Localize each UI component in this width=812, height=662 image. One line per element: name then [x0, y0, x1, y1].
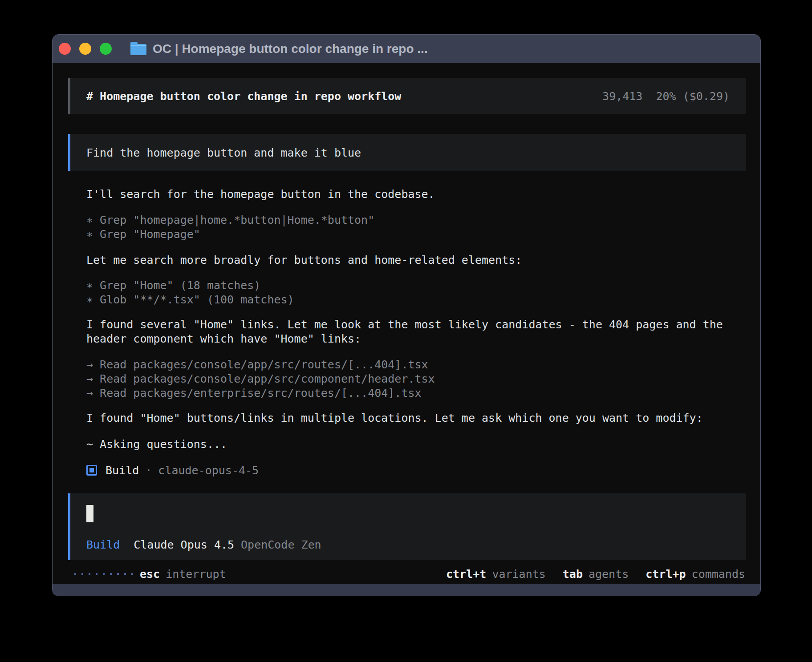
tool-call-group: → Read packages/console/app/src/routes/[…	[86, 358, 734, 400]
zoom-button[interactable]	[100, 43, 112, 55]
agent-name: Build	[106, 464, 139, 477]
shortcut-hints: ctrl+t variants tab agents ctrl+p comman…	[446, 568, 745, 581]
assistant-status-line: ~ Asking questions...	[86, 437, 734, 452]
title-wrap: OC | Homepage button color change in rep…	[130, 42, 428, 56]
tool-call-grep: ∗ Grep "Homepage"	[86, 227, 734, 242]
tool-call-read: → Read packages/console/app/src/routes/[…	[86, 358, 734, 372]
close-button[interactable]	[59, 43, 71, 55]
editor-provider-label: OpenCode Zen	[241, 538, 321, 551]
tool-call-glob: ∗ Glob "**/*.tsx" (100 matches)	[86, 293, 734, 307]
session-header: # Homepage button color change in repo w…	[68, 78, 746, 114]
assistant-paragraph: I found several "Home" links. Let me loo…	[86, 318, 734, 346]
terminal-content: # Homepage button color change in repo w…	[53, 63, 760, 584]
statusbar: esc interrupt ctrl+t variants tab agents…	[74, 567, 745, 581]
tool-call-group: ∗ Grep "Home" (18 matches) ∗ Glob "**/*.…	[86, 279, 734, 307]
traffic-lights	[59, 43, 112, 55]
prompt-input[interactable]: Build Claude Opus 4.5 OpenCode Zen	[68, 493, 746, 560]
assistant-paragraph: I'll search for the homepage button in t…	[86, 187, 734, 202]
agent-build-icon	[86, 465, 97, 476]
terminal-window: OC | Homepage button color change in rep…	[52, 34, 761, 596]
user-message: Find the homepage button and make it blu…	[68, 134, 746, 171]
tool-call-grep: ∗ Grep "Home" (18 matches)	[86, 279, 734, 293]
agent-row: Build · claude-opus-4-5	[86, 463, 734, 477]
shortcut-interrupt: esc interrupt	[140, 568, 226, 581]
assistant-paragraph: I found "Home" buttons/links in multiple…	[86, 411, 734, 425]
window-title: OC | Homepage button color change in rep…	[153, 42, 428, 56]
tool-call-read: → Read packages/console/app/src/componen…	[86, 372, 734, 386]
user-message-text: Find the homepage button and make it blu…	[86, 146, 361, 159]
assistant-transcript: I'll search for the homepage button in t…	[86, 187, 734, 477]
editor-meta: Build Claude Opus 4.5 OpenCode Zen	[86, 538, 746, 551]
window-bottom-edge	[53, 584, 760, 596]
shortcut-variants: ctrl+t variants	[446, 568, 546, 581]
tool-call-grep: ∗ Grep "homepage|home.*button|Home.*butt…	[86, 213, 734, 227]
esc-label: interrupt	[166, 568, 226, 581]
session-stats: 39,413 20% ($0.29)	[602, 90, 730, 103]
throbber-dots-icon	[74, 573, 133, 575]
agent-model: claude-opus-4-5	[158, 464, 259, 477]
editor-agent-label: Build	[86, 538, 120, 551]
token-count: 39,413	[602, 90, 642, 103]
editor-model-label: Claude Opus 4.5	[134, 538, 234, 551]
folder-icon	[130, 44, 146, 55]
esc-key: esc	[140, 568, 160, 581]
session-title: # Homepage button color change in repo w…	[86, 90, 401, 103]
agent-separator: ·	[145, 464, 152, 477]
tool-call-group: ∗ Grep "homepage|home.*button|Home.*butt…	[86, 213, 734, 242]
titlebar[interactable]: OC | Homepage button color change in rep…	[53, 35, 760, 63]
assistant-paragraph: Let me search more broadly for buttons a…	[86, 253, 734, 267]
shortcut-commands: ctrl+p commands	[646, 568, 745, 581]
text-cursor	[86, 505, 93, 522]
tool-call-read: → Read packages/enterprise/src/routes/[.…	[86, 386, 734, 400]
shortcut-agents: tab agents	[563, 568, 629, 581]
context-cost: 20% ($0.29)	[656, 90, 730, 103]
minimize-button[interactable]	[79, 43, 91, 55]
